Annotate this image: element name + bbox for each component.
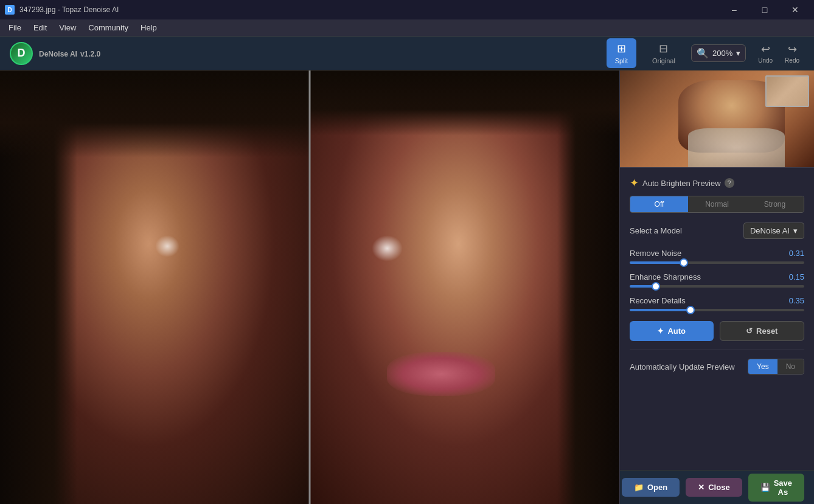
original-view-icon: ⊟ bbox=[659, 42, 668, 55]
close-label: Close bbox=[708, 483, 729, 492]
redo-icon: ↪ bbox=[788, 43, 797, 56]
thumbnail-area bbox=[620, 71, 814, 168]
app-header: D DeNoise AI v1.2.0 ⊞ Split ⊟ Original 🔍… bbox=[0, 36, 814, 71]
yes-button[interactable]: Yes bbox=[748, 359, 777, 374]
enhance-sharpness-section: Enhance Sharpness 0.15 bbox=[630, 272, 804, 288]
undo-label: Undo bbox=[758, 57, 773, 64]
open-button[interactable]: 📁 Open bbox=[622, 478, 680, 497]
right-eye-highlight bbox=[372, 235, 403, 261]
save-as-icon: 💾 bbox=[760, 483, 770, 492]
menu-bar: File Edit View Community Help bbox=[0, 19, 814, 36]
view-split-button[interactable]: ⊞ Split bbox=[607, 38, 636, 68]
auto-brighten-section: ✦ Auto Brighten Preview ? Off Normal Str… bbox=[630, 176, 804, 213]
image-area bbox=[0, 71, 619, 504]
right-hair-top bbox=[310, 71, 619, 136]
zoom-level: 200% bbox=[712, 49, 732, 58]
close-button[interactable]: ✕ Close bbox=[686, 478, 742, 497]
app-icon: D bbox=[5, 5, 15, 15]
save-as-button[interactable]: 💾 Save As bbox=[748, 474, 804, 502]
split-view-icon: ⊞ bbox=[617, 42, 626, 55]
model-select[interactable]: DeNoise AI ▾ bbox=[743, 223, 804, 239]
reset-icon: ↺ bbox=[746, 326, 753, 336]
auto-brighten-header: ✦ Auto Brighten Preview ? bbox=[630, 176, 804, 190]
reset-label: Reset bbox=[756, 326, 777, 336]
undo-redo-group: ↩ Undo ↪ Redo bbox=[753, 40, 804, 66]
title-bar: D 347293.jpg - Topaz Denoise AI – □ ✕ bbox=[0, 0, 814, 19]
remove-noise-section: Remove Noise 0.31 bbox=[630, 249, 804, 264]
close-window-button[interactable]: ✕ bbox=[781, 0, 809, 19]
remove-noise-thumb[interactable] bbox=[680, 258, 688, 267]
menu-help[interactable]: Help bbox=[134, 21, 163, 35]
enhance-sharpness-value: 0.15 bbox=[789, 272, 804, 281]
undo-button[interactable]: ↩ Undo bbox=[753, 40, 777, 66]
main-content: ✦ Auto Brighten Preview ? Off Normal Str… bbox=[0, 71, 814, 504]
zoom-chevron-icon: ▾ bbox=[736, 49, 740, 58]
menu-edit[interactable]: Edit bbox=[27, 21, 53, 35]
brighten-off-button[interactable]: Off bbox=[630, 196, 688, 212]
model-label: Select a Model bbox=[630, 226, 682, 235]
help-icon[interactable]: ? bbox=[725, 178, 734, 188]
auto-update-toggle: Yes No bbox=[748, 359, 804, 375]
recover-details-track[interactable] bbox=[630, 309, 804, 311]
thumbnail-preview-box[interactable] bbox=[765, 75, 809, 107]
brighten-strong-button[interactable]: Strong bbox=[746, 196, 804, 212]
enhance-sharpness-thumb[interactable] bbox=[652, 282, 660, 291]
selected-model-label: DeNoise AI bbox=[750, 226, 790, 235]
brighten-normal-button[interactable]: Normal bbox=[688, 196, 746, 212]
sun-icon: ✦ bbox=[630, 176, 639, 190]
zoom-icon: 🔍 bbox=[697, 47, 709, 59]
enhance-sharpness-label: Enhance Sharpness bbox=[630, 272, 701, 281]
view-original-button[interactable]: ⊟ Original bbox=[644, 38, 684, 68]
image-right-panel bbox=[310, 71, 619, 504]
original-label: Original bbox=[652, 57, 675, 64]
maximize-button[interactable]: □ bbox=[751, 0, 779, 19]
auto-label: Auto bbox=[667, 326, 686, 336]
enhance-sharpness-track[interactable] bbox=[630, 285, 804, 288]
zoom-control[interactable]: 🔍 200% ▾ Zoom 100% Ctrl+1 Zoom 200% Zoom… bbox=[691, 44, 746, 62]
auto-update-label: Automatically Update Preview bbox=[630, 362, 735, 371]
menu-community[interactable]: Community bbox=[82, 21, 134, 35]
remove-noise-label: Remove Noise bbox=[630, 249, 681, 258]
window-title: 347293.jpg - Topaz Denoise AI bbox=[19, 5, 119, 14]
remove-noise-track[interactable] bbox=[630, 261, 804, 264]
action-buttons: ✦ Auto ↺ Reset bbox=[630, 321, 804, 341]
right-lips bbox=[387, 352, 495, 395]
right-hair-right bbox=[557, 71, 619, 504]
no-button[interactable]: No bbox=[777, 359, 804, 374]
settings-panel: ✦ Auto Brighten Preview ? Off Normal Str… bbox=[620, 168, 814, 470]
menu-view[interactable]: View bbox=[53, 21, 82, 35]
minimize-button[interactable]: – bbox=[720, 0, 748, 19]
recover-details-section: Recover Details 0.35 bbox=[630, 296, 804, 311]
model-section: Select a Model DeNoise AI ▾ bbox=[630, 223, 804, 239]
auto-button[interactable]: ✦ Auto bbox=[630, 321, 714, 341]
auto-icon: ✦ bbox=[657, 326, 664, 336]
right-panel: ✦ Auto Brighten Preview ? Off Normal Str… bbox=[619, 71, 814, 504]
split-divider[interactable] bbox=[309, 71, 311, 504]
auto-update-section: Automatically Update Preview Yes No bbox=[630, 350, 804, 375]
recover-details-fill bbox=[630, 309, 691, 311]
remove-noise-value: 0.31 bbox=[789, 249, 804, 258]
close-icon: ✕ bbox=[698, 483, 704, 492]
recover-details-value: 0.35 bbox=[789, 296, 804, 305]
menu-file[interactable]: File bbox=[2, 21, 27, 35]
recover-details-label: Recover Details bbox=[630, 296, 686, 305]
redo-button[interactable]: ↪ Redo bbox=[780, 40, 804, 66]
thumb-outfit bbox=[688, 128, 785, 167]
footer: 📁 Open ✕ Close 💾 Save As bbox=[620, 470, 814, 504]
open-label: Open bbox=[647, 483, 667, 492]
recover-details-thumb[interactable] bbox=[686, 306, 695, 314]
app-logo: D DeNoise AI v1.2.0 bbox=[10, 42, 100, 65]
left-eye-highlight bbox=[155, 235, 180, 257]
model-chevron-icon: ▾ bbox=[793, 226, 798, 235]
auto-brighten-label: Auto Brighten Preview bbox=[642, 179, 721, 188]
left-hair-top bbox=[0, 71, 310, 157]
save-as-label: Save As bbox=[774, 478, 792, 497]
undo-icon: ↩ bbox=[761, 43, 770, 56]
split-image bbox=[0, 71, 619, 504]
logo-icon: D bbox=[10, 42, 33, 65]
remove-noise-fill bbox=[630, 261, 684, 264]
split-label: Split bbox=[615, 57, 628, 64]
reset-button[interactable]: ↺ Reset bbox=[720, 321, 805, 341]
app-title: DeNoise AI v1.2.0 bbox=[39, 47, 100, 60]
redo-label: Redo bbox=[785, 57, 799, 64]
